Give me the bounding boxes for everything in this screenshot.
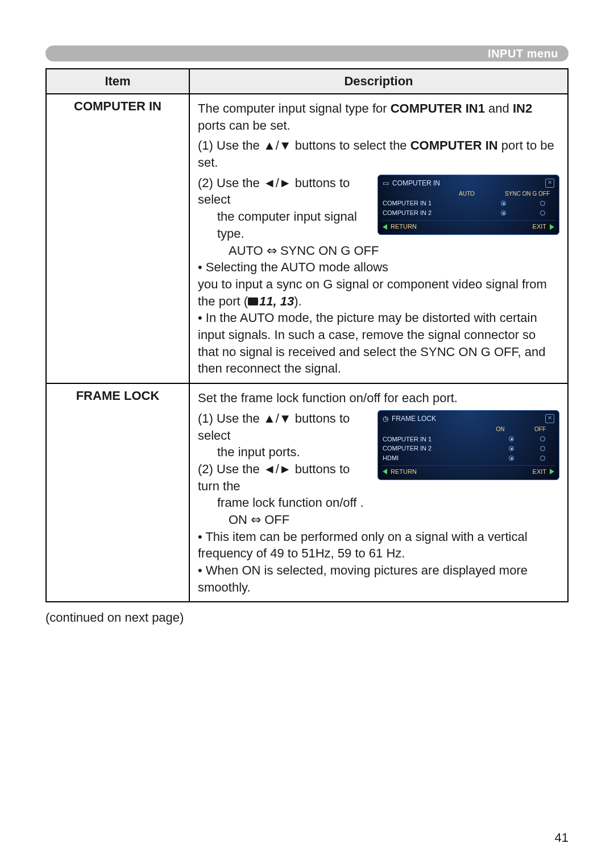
- table-row: COMPUTER IN The computer input signal ty…: [46, 94, 568, 383]
- triangle-right-icon: [550, 224, 554, 230]
- triangle-right-icon: [550, 469, 554, 474]
- osd-col-on: ON: [491, 425, 510, 433]
- osd-computer-in: ▭ COMPUTER IN ✕ AUTO SYNC ON G OFF COMPU…: [377, 175, 559, 235]
- osd-row-label: COMPUTER IN 1: [383, 199, 432, 208]
- bullet2: • In the AUTO mode, the picture may be d…: [198, 309, 559, 377]
- osd-title-text: FRAME LOCK: [392, 414, 436, 423]
- close-icon[interactable]: ✕: [545, 179, 554, 188]
- radio-sync-off[interactable]: [540, 201, 545, 206]
- desc-frame-lock: Set the frame lock function on/off for e…: [189, 383, 568, 602]
- item-computer-in: COMPUTER IN: [46, 94, 189, 383]
- book-icon: 11, 13: [248, 293, 294, 310]
- fl-bullet2: • When ON is selected, moving pictures a…: [198, 562, 559, 596]
- col-desc-header: Description: [189, 69, 568, 94]
- menu-header-text: INPUT menu: [488, 47, 558, 60]
- continued-note: (continued on next page): [45, 610, 569, 625]
- osd-row-label: HDMI: [383, 454, 399, 462]
- radio-auto[interactable]: [501, 201, 506, 206]
- item-frame-lock: FRAME LOCK: [46, 383, 189, 602]
- osd-row-label: COMPUTER IN 1: [383, 435, 432, 444]
- step2-line3: AUTO ⇔ SYNC ON G OFF: [198, 242, 559, 259]
- bullet1-line1: • Selecting the AUTO mode allows: [198, 259, 559, 276]
- radio-off[interactable]: [540, 456, 545, 461]
- menu-header: INPUT menu: [45, 46, 569, 61]
- osd-return[interactable]: RETURN: [383, 222, 417, 231]
- triangle-left-icon: [383, 469, 387, 474]
- osd-title-text: COMPUTER IN: [392, 179, 440, 188]
- radio-off[interactable]: [540, 436, 545, 441]
- osd-col-off: OFF: [530, 425, 550, 433]
- desc-computer-in: The computer input signal type for COMPU…: [189, 94, 568, 383]
- table-row: FRAME LOCK Set the frame lock function o…: [46, 383, 568, 602]
- radio-auto[interactable]: [501, 210, 506, 216]
- osd-row-label: COMPUTER IN 2: [383, 209, 432, 217]
- col-item-header: Item: [46, 69, 189, 94]
- fl-bullet1: • This item can be performed only on a s…: [198, 528, 559, 562]
- fl-step2b: frame lock function on/off .: [198, 494, 559, 511]
- radio-on[interactable]: [509, 446, 514, 451]
- settings-table: Item Description COMPUTER IN The compute…: [45, 68, 569, 602]
- close-icon[interactable]: ✕: [545, 414, 554, 423]
- osd-frame-lock: ◷ FRAME LOCK ✕ ON OFF COMPUTER IN 1: [377, 410, 559, 480]
- osd-col-auto: AUTO: [457, 190, 476, 198]
- radio-sync-off[interactable]: [540, 210, 545, 216]
- page-number: 41: [555, 830, 569, 845]
- triangle-left-icon: [383, 224, 387, 230]
- clock-icon: ◷: [383, 414, 388, 423]
- fl-intro: Set the frame lock function on/off for e…: [198, 390, 559, 407]
- radio-on[interactable]: [509, 436, 514, 441]
- osd-exit[interactable]: EXIT: [533, 468, 554, 476]
- radio-on[interactable]: [509, 456, 514, 461]
- fl-step2c: ON ⇔ OFF: [198, 511, 559, 528]
- osd-exit[interactable]: EXIT: [533, 222, 554, 231]
- radio-off[interactable]: [540, 446, 545, 451]
- monitor-icon: ▭: [383, 179, 389, 188]
- osd-return[interactable]: RETURN: [383, 468, 417, 476]
- osd-col-sync: SYNC ON G OFF: [505, 190, 550, 198]
- osd-row-label: COMPUTER IN 2: [383, 444, 432, 453]
